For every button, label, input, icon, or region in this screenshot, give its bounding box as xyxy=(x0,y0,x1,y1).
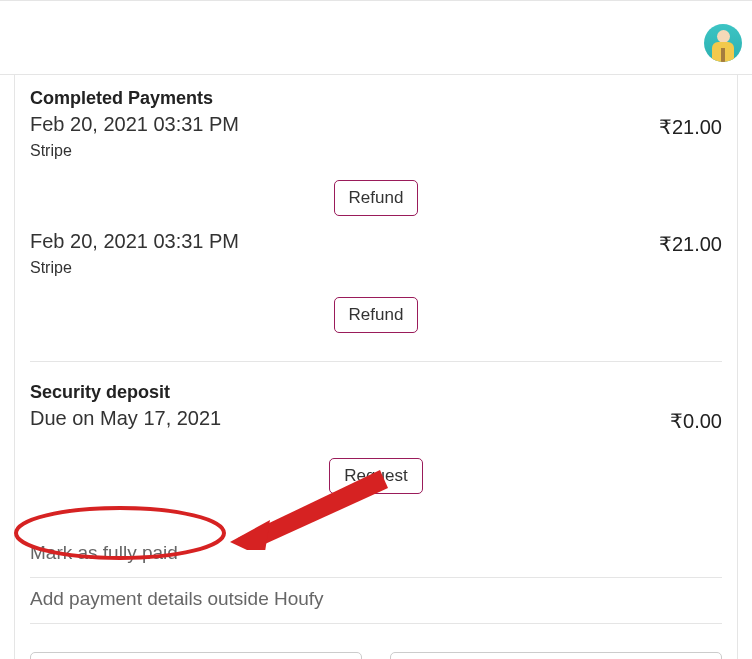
payment-amount: ₹21.00 xyxy=(659,232,722,256)
deposit-due: Due on May 17, 2021 xyxy=(30,407,722,430)
deposit-amount: ₹0.00 xyxy=(670,409,722,433)
reservation-actions: Change reservation Cancel reservation xyxy=(30,652,722,659)
payment-date: Feb 20, 2021 03:31 PM xyxy=(30,230,722,253)
payment-method: Stripe xyxy=(30,142,722,160)
refund-button[interactable]: Refund xyxy=(334,180,419,216)
payment-row: Feb 20, 2021 03:31 PM ₹21.00 Stripe xyxy=(30,113,722,160)
payment-row: Feb 20, 2021 03:31 PM ₹21.00 Stripe xyxy=(30,230,722,277)
security-deposit-title: Security deposit xyxy=(30,382,722,403)
main-panel: Completed Payments Feb 20, 2021 03:31 PM… xyxy=(14,75,738,659)
payment-method: Stripe xyxy=(30,259,722,277)
change-reservation-button[interactable]: Change reservation xyxy=(30,652,362,659)
payment-amount: ₹21.00 xyxy=(659,115,722,139)
payment-date: Feb 20, 2021 03:31 PM xyxy=(30,113,722,136)
top-bar xyxy=(0,0,752,75)
add-payment-details-link[interactable]: Add payment details outside Houfy xyxy=(30,578,722,624)
mark-fully-paid-link[interactable]: Mark as fully paid xyxy=(30,532,722,578)
completed-payments-title: Completed Payments xyxy=(30,88,722,109)
avatar-tie-icon xyxy=(721,48,725,62)
request-button[interactable]: Request xyxy=(329,458,422,494)
divider xyxy=(30,361,722,362)
deposit-row: Due on May 17, 2021 ₹0.00 xyxy=(30,407,722,430)
cancel-reservation-button[interactable]: Cancel reservation xyxy=(390,652,722,659)
refund-button[interactable]: Refund xyxy=(334,297,419,333)
avatar[interactable] xyxy=(704,24,742,62)
